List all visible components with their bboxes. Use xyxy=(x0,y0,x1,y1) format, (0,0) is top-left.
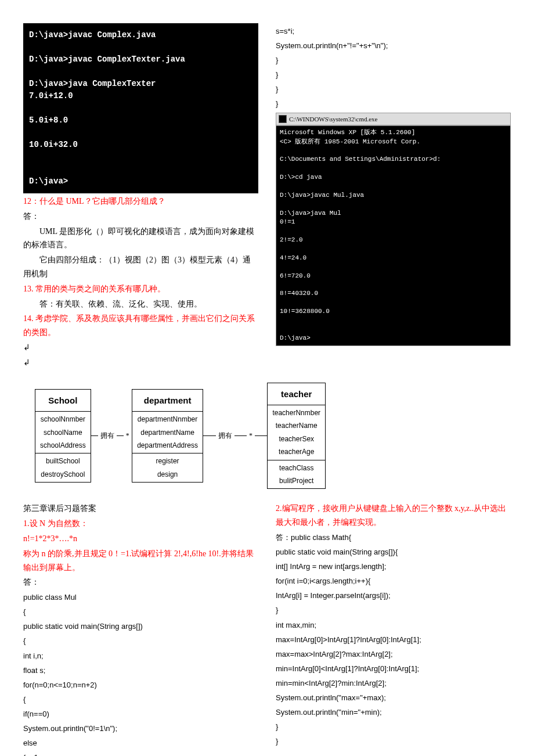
code-line: System.out.println("min="+min); xyxy=(276,706,511,719)
uml-attr: departmentNnmber xyxy=(137,413,199,426)
uml-class-department: department departmentNnmber departmentNa… xyxy=(132,389,204,483)
uml-attr: teacherNnmber xyxy=(272,406,320,419)
ch3-right: 2.编写程序，接收用户从键键盘上输入的三个整数 x,y,z..从中选出最大和最小… xyxy=(276,501,511,756)
q12-title: 12：什么是 UML？它由哪几部分组成？ xyxy=(23,195,258,208)
blank-line: ↲ xyxy=(23,356,258,370)
uml-class-school: School schoolNnmber schoolName schoolAdd… xyxy=(35,389,91,483)
connector-mult: * xyxy=(124,430,132,441)
uml-attr: departmentAddress xyxy=(137,439,199,452)
code-line: max=max>IntArg[2]?max:IntArg[2]; xyxy=(276,648,511,661)
code-line: int[] IntArg = new int[args.length]; xyxy=(276,560,511,573)
ch3-left: 第三章课后习题答案 1.设 N 为自然数： n!=1*2*3*….*n 称为 n… xyxy=(23,501,258,756)
code-line: for(n=0;n<=10;n=n+2) xyxy=(23,679,258,692)
code-line: } xyxy=(276,721,511,733)
cmd-window: C:\WINDOWS\system32\cmd.exe Microsoft Wi… xyxy=(276,113,511,346)
code-line: for(int i=0;i<args.length;i++){ xyxy=(276,575,511,588)
terminal-mul: Microsoft Windows XP [版本 5.1.2600] <C> 版… xyxy=(276,125,511,345)
code-line: float s; xyxy=(23,664,258,677)
code-line: else xyxy=(23,737,258,750)
code-line: public class Mul xyxy=(23,591,258,604)
code-line: System.out.println("max="+max); xyxy=(276,692,511,704)
uml-attr: schoolAddress xyxy=(40,439,86,452)
uml-class-name: teacher xyxy=(268,383,325,406)
code-line: { xyxy=(23,606,258,618)
q13-answer: 答：有关联、依赖、流、泛化、实现、使用。 xyxy=(23,297,258,311)
answer-code-first: 答：public class Math{ xyxy=(276,531,511,544)
left-column: D:\java>javac Complex.java D:\java>javac… xyxy=(23,23,258,371)
cmd-title-text: C:\WINDOWS\system32\cmd.exe xyxy=(289,114,377,125)
code-line: public static void main(String args[]){ xyxy=(276,546,511,559)
uml-class-name: department xyxy=(132,390,203,412)
ch3-title: 第三章课后习题答案 xyxy=(23,502,258,516)
cmd-titlebar: C:\WINDOWS\system32\cmd.exe xyxy=(276,113,511,126)
uml-ops: builtSchool destroySchool xyxy=(35,453,91,482)
uml-connector: 拥有 * xyxy=(203,430,267,441)
q3-1-title: 1.设 N 为自然数： xyxy=(23,517,258,531)
q3-1-l2: 称为 n 的阶乘,并且规定 0！=1.试编程计算 2!,4!,6!he 10!.… xyxy=(23,547,258,575)
uml-op: design xyxy=(137,468,199,481)
chapter3-section: 第三章课后习题答案 1.设 N 为自然数： n!=1*2*3*….*n 称为 n… xyxy=(23,501,511,756)
uml-connector: 拥有 * xyxy=(91,430,132,441)
uml-attr: schoolNnmber xyxy=(40,413,86,426)
uml-op: builtSchool xyxy=(40,455,86,467)
code-line: } xyxy=(276,69,511,81)
uml-attr: teacherAge xyxy=(272,445,320,458)
code-line: int max,min; xyxy=(276,619,511,632)
code-line: } xyxy=(276,54,511,67)
code-line: min=min<IntArg[2]?min:IntArg[2]; xyxy=(276,677,511,690)
uml-op: bulitProject xyxy=(272,474,320,487)
uml-class-name: School xyxy=(35,390,91,412)
q3-2-title: 2.编写程序，接收用户从键键盘上输入的三个整数 x,y,z..从中选出最大和最小… xyxy=(276,502,511,530)
code-line: System.out.println(n+"!="+s+"\n"); xyxy=(276,39,511,52)
code-line: { xyxy=(23,693,258,706)
code-line: System.out.println("0!=1\n"); xyxy=(23,722,258,735)
uml-attrs: teacherNnmber teacherName teacherSex tea… xyxy=(268,405,325,460)
code-line: public static void main(String args[]) xyxy=(23,620,258,633)
uml-ops: teachClass bulitProject xyxy=(268,460,325,489)
uml-ops: register design xyxy=(132,453,203,482)
code-line: s=s*i; xyxy=(276,25,511,38)
q12-p2: 它由四部分组成：（1）视图（2）图（3）模型元素（4）通用机制 xyxy=(23,253,258,281)
code-line: if(n==0) xyxy=(23,708,258,721)
uml-op: teachClass xyxy=(272,462,320,474)
code-line: } xyxy=(276,735,511,748)
code-line: { xyxy=(23,635,258,647)
code-line: min=IntArg[0]<IntArg[1]?IntArg[0]:IntArg… xyxy=(276,663,511,675)
q3-1-l1: n!=1*2*3*….*n xyxy=(23,532,258,546)
code-line: int i,n; xyxy=(23,650,258,663)
connector-label: 拥有 xyxy=(216,430,234,441)
answer-label: 答： xyxy=(23,210,258,224)
code-line: } xyxy=(276,83,511,96)
uml-attr: departmentName xyxy=(137,426,199,439)
q14-title: 14. 考虑学院、系及教员应该具有哪些属性，并画出它们之问关系的类图。 xyxy=(23,312,258,340)
code-line: } xyxy=(276,604,511,617)
q13-title: 13. 常用的类与类之间的关系有哪几种。 xyxy=(23,282,258,296)
uml-op: register xyxy=(137,455,199,467)
code-line: {s=1; xyxy=(23,751,258,756)
top-section: D:\java>javac Complex.java D:\java>javac… xyxy=(23,23,511,371)
q12-p1: UML 是图形化（）即可视化的建模语言，成为面向对象建模的标准语言。 xyxy=(23,225,258,253)
right-column: s=s*i; System.out.println(n+"!="+s+"\n")… xyxy=(276,23,511,371)
code-line: IntArg[i] = Integer.parseInt(args[i]); xyxy=(276,589,511,602)
code-line: max=IntArg[0]>IntArg[1]?IntArg[0]:IntArg… xyxy=(276,633,511,646)
code-line: } xyxy=(276,98,511,110)
blank-line: ↲ xyxy=(23,341,258,355)
answer-label: 答： xyxy=(23,575,258,589)
connector-label: 拥有 xyxy=(98,430,117,441)
uml-attr: teacherSex xyxy=(272,433,320,445)
uml-attr: schoolName xyxy=(40,426,86,439)
uml-attr: teacherName xyxy=(272,419,320,432)
uml-attrs: schoolNnmber schoolName schoolAddress xyxy=(35,412,91,453)
uml-attrs: departmentNnmber departmentName departme… xyxy=(132,412,203,453)
uml-op: destroySchool xyxy=(40,468,86,481)
uml-diagram: School schoolNnmber schoolName schoolAdd… xyxy=(23,383,511,489)
cmd-icon xyxy=(279,115,287,123)
terminal-complex: D:\java>javac Complex.java D:\java>javac… xyxy=(23,23,258,193)
uml-class-teacher: teacher teacherNnmber teacherName teache… xyxy=(267,383,326,489)
connector-mult: * xyxy=(247,430,255,441)
